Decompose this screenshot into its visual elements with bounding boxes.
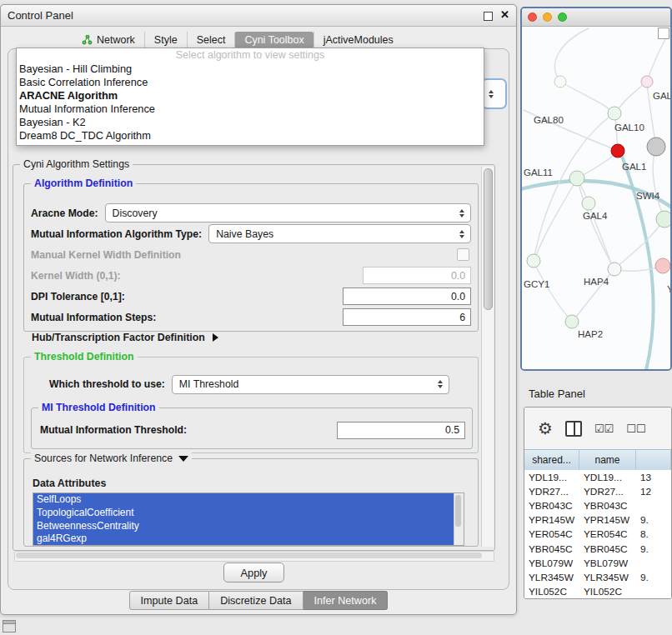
tab-infer-network[interactable]: Infer Network bbox=[303, 591, 389, 610]
cyni-algorithm-settings-group: Cyni Algorithm Settings Algorithm Defini… bbox=[13, 164, 495, 551]
close-icon[interactable]: ✕ bbox=[500, 8, 509, 21]
table-row[interactable]: YIL052CYIL052C bbox=[524, 585, 671, 599]
network-node[interactable] bbox=[565, 315, 579, 328]
algorithm-option[interactable]: Bayesian - Hill Climbing bbox=[17, 62, 484, 76]
settings-vertical-scrollbar[interactable] bbox=[481, 167, 494, 547]
column-header[interactable]: shared... bbox=[524, 450, 579, 470]
mi-threshold-field[interactable]: 0.5 bbox=[337, 422, 465, 439]
network-node[interactable] bbox=[608, 262, 621, 276]
aracne-mode-label: Aracne Mode: bbox=[31, 208, 98, 219]
bottom-tab-bar: Impute Data Discretize Data Infer Networ… bbox=[1, 591, 516, 610]
network-node-label: HAP2 bbox=[578, 329, 603, 339]
hub-definition-toggle[interactable]: Hub/Transcription Factor Definition bbox=[32, 332, 218, 343]
aracne-mode-select[interactable]: Discovery bbox=[105, 203, 471, 222]
network-canvas-svg[interactable]: GAL80GAL10GAL11GAL1SWI4GAL4GCY1HAP4HAP2G… bbox=[522, 27, 670, 369]
algorithm-placeholder: Select algorithm to view settings bbox=[17, 48, 484, 62]
network-node[interactable] bbox=[569, 171, 584, 186]
attribute-item-selected[interactable]: gal4RGexp bbox=[33, 532, 454, 546]
table-cell: 9. bbox=[636, 514, 671, 526]
tab-cyni-toolbox[interactable]: Cyni Toolbox bbox=[234, 32, 313, 48]
mi-algorithm-type-value: Naive Bayes bbox=[216, 228, 459, 240]
table-row[interactable]: YBL079WYBL079W bbox=[524, 556, 671, 570]
column-header[interactable] bbox=[636, 450, 671, 470]
mi-algorithm-type-label: Mutual Information Algorithm Type: bbox=[31, 228, 202, 240]
scrollbar-thumb[interactable] bbox=[16, 552, 482, 558]
network-node[interactable] bbox=[611, 144, 624, 158]
column-header[interactable]: name bbox=[579, 450, 636, 470]
table-cell: 9. bbox=[636, 543, 671, 555]
scrollbar-thumb[interactable] bbox=[455, 495, 461, 527]
network-node-label: GAL1 bbox=[622, 162, 646, 172]
table-row[interactable]: YBR045CYBR045C9. bbox=[524, 542, 671, 556]
combo-stepper-icon bbox=[489, 90, 499, 98]
sources-toggle[interactable]: Sources for Network Inference bbox=[31, 452, 192, 464]
network-node-label: HAP4 bbox=[584, 277, 609, 287]
table-panel-title: Table Panel bbox=[529, 388, 585, 400]
network-node[interactable] bbox=[655, 258, 670, 273]
manual-kernel-checkbox bbox=[457, 248, 469, 261]
tab-impute-data[interactable]: Impute Data bbox=[129, 591, 210, 610]
attribute-item-selected[interactable]: BetweennessCentrality bbox=[33, 520, 454, 533]
table-cell: YIL052C bbox=[579, 586, 636, 598]
float-window-icon[interactable] bbox=[484, 12, 493, 21]
algorithm-option-selected[interactable]: ARACNE Algorithm bbox=[17, 89, 484, 102]
network-node[interactable] bbox=[641, 76, 653, 88]
tab-select[interactable]: Select bbox=[187, 32, 235, 48]
minimize-button[interactable] bbox=[543, 12, 552, 22]
table-cell: YDL19... bbox=[579, 472, 636, 483]
data-attributes-list: SelfLoops TopologicalCoefficient Between… bbox=[33, 492, 464, 546]
network-node[interactable] bbox=[647, 138, 665, 156]
table-cell: 12 bbox=[636, 486, 671, 498]
table-row[interactable]: YER054CYER054C8. bbox=[524, 528, 671, 542]
scrollbar-thumb[interactable] bbox=[484, 168, 493, 310]
table-row[interactable]: YDL19...YDL19...13 bbox=[524, 470, 671, 484]
tab-network[interactable]: Network bbox=[73, 32, 144, 48]
close-button[interactable] bbox=[528, 12, 537, 22]
tab-jactivemodules[interactable]: jActiveModules bbox=[313, 32, 403, 48]
gear-icon[interactable]: ⚙ bbox=[538, 420, 553, 437]
deselect-all-checkboxes-icon[interactable]: ☐☐ bbox=[626, 422, 645, 435]
table-cell: YIL052C bbox=[524, 586, 579, 598]
which-threshold-select[interactable]: MI Threshold bbox=[172, 375, 449, 394]
network-canvas[interactable]: GAL80GAL10GAL11GAL1SWI4GAL4GCY1HAP4HAP2G… bbox=[522, 27, 670, 369]
network-node[interactable] bbox=[527, 254, 540, 268]
manual-kernel-label: Manual Kernel Width Definition bbox=[31, 249, 181, 261]
tab-style[interactable]: Style bbox=[144, 32, 187, 48]
sources-title: Sources for Network Inference bbox=[34, 452, 173, 464]
mi-algorithm-type-select[interactable]: Naive Bayes bbox=[208, 224, 471, 243]
network-view-window: GAL80GAL10GAL11GAL1SWI4GAL4GCY1HAP4HAP2G… bbox=[520, 7, 672, 371]
table-row[interactable]: YLR345WYLR345W9. bbox=[524, 570, 671, 584]
dpi-tolerance-field[interactable]: 0.0 bbox=[343, 288, 471, 305]
select-all-checkboxes-icon[interactable]: ☑☑ bbox=[594, 422, 614, 435]
network-node[interactable] bbox=[582, 197, 595, 210]
tab-discretize-data[interactable]: Discretize Data bbox=[209, 591, 303, 610]
algorithm-option[interactable]: Basic Correlation Inference bbox=[17, 76, 484, 89]
algorithm-option[interactable]: Bayesian - K2 bbox=[17, 116, 484, 129]
network-edge bbox=[616, 82, 647, 112]
combo-stepper-icon bbox=[438, 380, 449, 388]
zoom-button[interactable] bbox=[558, 12, 567, 22]
network-node[interactable] bbox=[608, 107, 621, 120]
mi-steps-field[interactable]: 6 bbox=[343, 308, 471, 326]
table-row[interactable]: YBR043CYBR043C bbox=[524, 498, 671, 512]
algorithm-combo-fragment[interactable] bbox=[481, 78, 507, 109]
network-node[interactable] bbox=[656, 211, 670, 228]
settings-horizontal-scrollbar[interactable] bbox=[14, 551, 494, 562]
algorithm-definition-group: Algorithm Definition Aracne Mode: Discov… bbox=[23, 183, 479, 332]
table-row[interactable]: YPR145WYPR145W9. bbox=[524, 513, 671, 528]
combo-stepper-icon bbox=[459, 230, 470, 238]
minimized-panel-icon[interactable] bbox=[3, 620, 16, 632]
network-node-label: GAL10 bbox=[614, 122, 644, 132]
network-node[interactable] bbox=[554, 76, 566, 88]
algorithm-option[interactable]: Dream8 DC_TDC Algorithm bbox=[17, 129, 484, 142]
table-row[interactable]: YDR27...YDR27...12 bbox=[524, 484, 671, 498]
mi-threshold-label: Mutual Information Threshold: bbox=[40, 424, 187, 436]
columns-icon[interactable] bbox=[565, 421, 582, 437]
tab-label: Cyni Toolbox bbox=[244, 34, 303, 46]
attribute-item-selected[interactable]: TopologicalCoefficient bbox=[33, 507, 454, 520]
table-cell: YBR045C bbox=[524, 543, 579, 555]
apply-button[interactable]: Apply bbox=[223, 562, 284, 582]
attribute-item-selected[interactable]: SelfLoops bbox=[33, 493, 454, 507]
attributes-scrollbar[interactable] bbox=[454, 493, 464, 545]
algorithm-option[interactable]: Mutual Information Inference bbox=[17, 102, 484, 116]
